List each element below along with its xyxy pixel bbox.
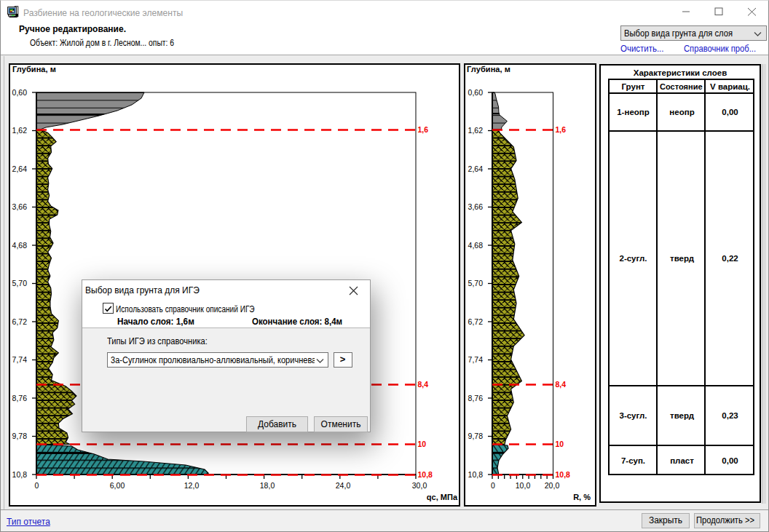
svg-text:8,4: 8,4 <box>418 380 429 389</box>
svg-text:6,00: 6,00 <box>110 481 125 490</box>
svg-text:30,0: 30,0 <box>412 481 427 490</box>
svg-text:0: 0 <box>35 481 39 490</box>
svg-text:1,62: 1,62 <box>12 126 28 135</box>
svg-text:8,76: 8,76 <box>468 394 484 402</box>
svg-text:Глубина, м: Глубина, м <box>467 65 510 74</box>
svg-text:Глубина, м: Глубина, м <box>12 65 56 74</box>
svg-text:24,0: 24,0 <box>336 481 351 490</box>
svg-text:10,8: 10,8 <box>468 470 484 479</box>
svg-text:3,66: 3,66 <box>468 202 484 211</box>
svg-text:3,66: 3,66 <box>12 202 28 211</box>
svg-text:7,74: 7,74 <box>468 355 484 364</box>
svg-text:6,72: 6,72 <box>12 317 28 326</box>
svg-text:1,6: 1,6 <box>418 125 429 134</box>
svg-text:10,8: 10,8 <box>12 470 28 479</box>
svg-text:10,8: 10,8 <box>556 470 571 479</box>
svg-text:5,70: 5,70 <box>468 279 484 287</box>
svg-text:9,78: 9,78 <box>12 432 28 440</box>
svg-text:10,8: 10,8 <box>418 470 433 479</box>
svg-text:12,0: 12,0 <box>184 481 200 490</box>
svg-text:2,64: 2,64 <box>468 164 484 173</box>
svg-text:0,60: 0,60 <box>468 88 484 97</box>
svg-text:8,4: 8,4 <box>556 380 567 389</box>
svg-text:0,60: 0,60 <box>12 88 28 97</box>
svg-text:2,64: 2,64 <box>12 164 28 173</box>
svg-text:10: 10 <box>556 440 564 448</box>
svg-text:10: 10 <box>418 440 427 448</box>
svg-text:10,0: 10,0 <box>516 481 531 490</box>
svg-text:6,72: 6,72 <box>468 317 484 326</box>
svg-text:0: 0 <box>491 481 495 490</box>
svg-text:7,74: 7,74 <box>12 355 28 364</box>
svg-text:1,62: 1,62 <box>468 126 484 135</box>
svg-text:4,68: 4,68 <box>12 241 28 250</box>
svg-text:5,70: 5,70 <box>12 279 28 287</box>
svg-text:20,0: 20,0 <box>545 481 560 490</box>
svg-text:8,76: 8,76 <box>12 394 28 402</box>
svg-text:18,0: 18,0 <box>260 481 275 490</box>
svg-text:R, %: R, % <box>573 493 591 501</box>
svg-text:9,78: 9,78 <box>468 432 484 440</box>
svg-text:4,68: 4,68 <box>468 241 484 250</box>
svg-text:1,6: 1,6 <box>556 125 567 134</box>
svg-text:qc, МПа: qc, МПа <box>427 493 458 501</box>
